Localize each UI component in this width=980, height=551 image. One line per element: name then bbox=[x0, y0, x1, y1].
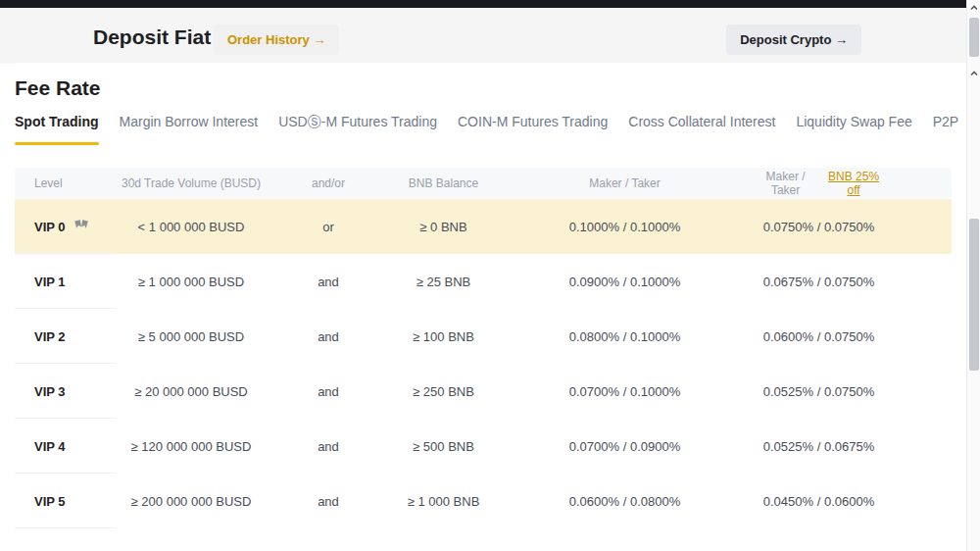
level-label: VIP 3 bbox=[34, 384, 66, 399]
level-label: VIP 1 bbox=[34, 275, 66, 289]
volume-cell: ≥ 1 000 000 BUSD bbox=[118, 275, 265, 289]
fee-rate-title: Fee Rate bbox=[15, 76, 966, 100]
maker-taker-bnb-cell: 0.0525% / 0.0750% bbox=[755, 384, 952, 399]
scroll-up-arrow-icon[interactable] bbox=[969, 69, 979, 78]
level-label: VIP 0 bbox=[34, 220, 66, 234]
tab-liquidity-swap-fee[interactable]: Liquidity Swap Fee bbox=[796, 114, 911, 145]
level-cell: VIP 1 bbox=[15, 275, 118, 289]
table-row-vip4[interactable]: VIP 4 ≥ 120 000 000 BUSD and ≥ 500 BNB 0… bbox=[15, 419, 952, 474]
table-row-vip5[interactable]: VIP 5 ≥ 200 000 000 BUSD and ≥ 1 000 BNB… bbox=[15, 474, 952, 528]
bnb-balance-cell: ≥ 100 BNB bbox=[392, 329, 495, 344]
andor-cell: and bbox=[265, 494, 392, 509]
table-row-vip0[interactable]: VIP 0 < 1 000 000 BUSD or ≥ 0 BNB 0.1000… bbox=[15, 199, 952, 254]
bnb-balance-cell: ≥ 25 BNB bbox=[392, 275, 495, 289]
andor-cell: and bbox=[265, 439, 392, 454]
volume-cell: < 1 000 000 BUSD bbox=[118, 220, 265, 234]
maker-taker-cell: 0.0600% / 0.0800% bbox=[495, 494, 755, 509]
column-header-volume: 30d Trade Volume (BUSD) bbox=[118, 176, 265, 190]
maker-taker-cell: 0.0800% / 0.1000% bbox=[495, 329, 755, 344]
scroll-up-arrow-icon[interactable] bbox=[969, 3, 979, 13]
table-row-vip1[interactable]: VIP 1 ≥ 1 000 000 BUSD and ≥ 25 BNB 0.09… bbox=[15, 254, 952, 309]
scrollbar-thumb-top[interactable] bbox=[969, 18, 979, 57]
tab-p2p[interactable]: P2P bbox=[933, 114, 958, 145]
level-label: VIP 2 bbox=[34, 329, 66, 344]
maker-taker-cell: 0.0700% / 0.1000% bbox=[495, 384, 755, 399]
tab-usds-m-futures-trading[interactable]: USDⓈ-M Futures Trading bbox=[278, 114, 437, 145]
tab-coin-m-futures-trading[interactable]: COIN-M Futures Trading bbox=[458, 114, 608, 145]
page-title: Deposit Fiat bbox=[93, 25, 211, 49]
andor-cell: and bbox=[265, 329, 392, 344]
andor-cell: and bbox=[265, 275, 392, 289]
tab-spot-trading[interactable]: Spot Trading bbox=[15, 114, 99, 145]
maker-taker-bnb-cell: 0.0675% / 0.0750% bbox=[755, 275, 952, 289]
bnb-balance-cell: ≥ 0 BNB bbox=[392, 220, 495, 234]
column-header-bnb-balance: BNB Balance bbox=[392, 176, 495, 190]
column-header-andor: and/or bbox=[265, 176, 392, 190]
volume-cell: ≥ 20 000 000 BUSD bbox=[118, 384, 265, 399]
maker-taker-bnb-cell: 0.0600% / 0.0750% bbox=[755, 329, 952, 344]
maker-taker-cell: 0.0700% / 0.0900% bbox=[495, 439, 755, 454]
top-black-bar bbox=[0, 0, 966, 8]
level-cell: VIP 5 bbox=[15, 494, 118, 509]
volume-cell: ≥ 200 000 000 BUSD bbox=[118, 494, 265, 509]
table-row-vip2[interactable]: VIP 2 ≥ 5 000 000 BUSD and ≥ 100 BNB 0.0… bbox=[15, 309, 952, 364]
page-header: Deposit Fiat Order History → Deposit Cry… bbox=[0, 8, 966, 64]
tab-cross-collateral-interest[interactable]: Cross Collateral Interest bbox=[628, 114, 775, 145]
table-row-vip3[interactable]: VIP 3 ≥ 20 000 000 BUSD and ≥ 250 BNB 0.… bbox=[15, 364, 952, 419]
volume-cell: ≥ 120 000 000 BUSD bbox=[118, 439, 265, 454]
bnb-balance-cell: ≥ 1 000 BNB bbox=[392, 494, 495, 509]
tab-margin-borrow-interest[interactable]: Margin Borrow Interest bbox=[120, 114, 259, 145]
andor-cell: or bbox=[265, 220, 392, 234]
fee-table-header: Level 30d Trade Volume (BUSD) and/or BNB… bbox=[15, 168, 952, 199]
level-cell: VIP 2 bbox=[15, 329, 118, 344]
vip-ribbon-badge-icon bbox=[74, 220, 89, 233]
maker-taker-cell: 0.0900% / 0.1000% bbox=[495, 275, 755, 289]
level-cell: VIP 4 bbox=[15, 439, 118, 454]
column-header-maker-taker-bnb: Maker / Taker BNB 25% off bbox=[755, 170, 952, 197]
bnb-balance-cell: ≥ 500 BNB bbox=[392, 439, 495, 454]
bnb-discount-link[interactable]: BNB 25% off bbox=[824, 170, 883, 197]
fee-rate-tabs: Spot Trading Margin Borrow Interest USDⓈ… bbox=[15, 114, 966, 145]
maker-taker-bnb-cell: 0.0450% / 0.0600% bbox=[755, 494, 952, 509]
column-header-maker-taker: Maker / Taker bbox=[495, 176, 755, 190]
maker-taker-cell: 0.1000% / 0.1000% bbox=[495, 220, 755, 234]
bnb-balance-cell: ≥ 250 BNB bbox=[392, 384, 495, 399]
level-cell: VIP 0 bbox=[15, 220, 118, 234]
scrollbar-thumb-main[interactable] bbox=[969, 219, 979, 371]
column-header-level: Level bbox=[15, 176, 118, 190]
vertical-scrollbar[interactable] bbox=[966, 0, 980, 551]
maker-taker-bnb-cell: 0.0750% / 0.0750% bbox=[755, 220, 952, 234]
level-label: VIP 5 bbox=[34, 494, 66, 509]
deposit-crypto-button[interactable]: Deposit Crypto → bbox=[726, 25, 861, 55]
column-header-maker-taker-bnb-label: Maker / Taker bbox=[755, 170, 816, 197]
level-cell: VIP 3 bbox=[15, 384, 118, 399]
order-history-button[interactable]: Order History → bbox=[214, 25, 339, 55]
volume-cell: ≥ 5 000 000 BUSD bbox=[118, 329, 265, 344]
level-label: VIP 4 bbox=[34, 439, 66, 454]
maker-taker-bnb-cell: 0.0525% / 0.0675% bbox=[755, 439, 952, 454]
fee-rate-card: Fee Rate Spot Trading Margin Borrow Inte… bbox=[8, 63, 966, 551]
fee-table: Level 30d Trade Volume (BUSD) and/or BNB… bbox=[15, 168, 952, 528]
andor-cell: and bbox=[265, 384, 392, 399]
